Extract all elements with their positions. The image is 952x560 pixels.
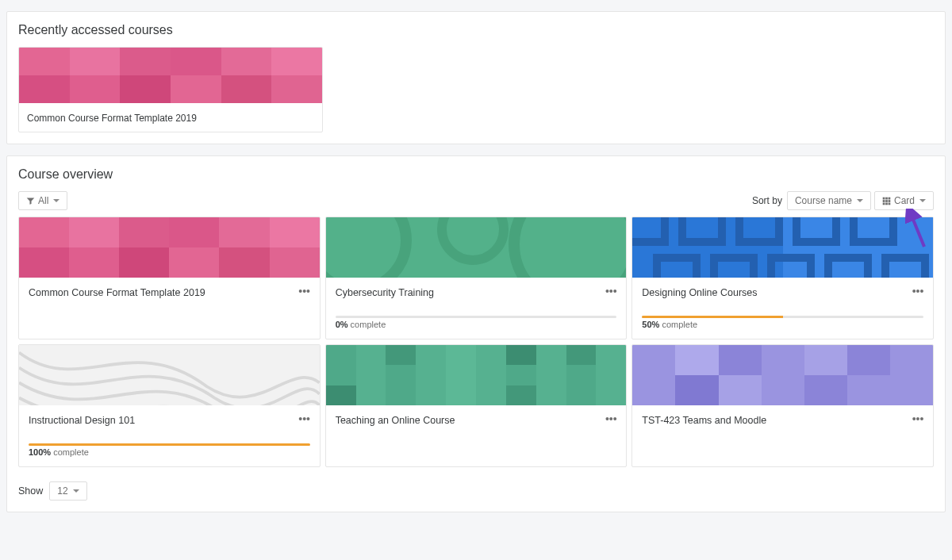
view-mode-dropdown[interactable]: Card xyxy=(874,191,934,210)
course-thumbnail xyxy=(632,217,933,278)
course-card[interactable]: ••• Teaching an Online Course xyxy=(325,344,628,467)
course-thumbnail xyxy=(632,345,933,405)
recent-course-card[interactable]: Common Course Format Template 2019 xyxy=(18,47,323,132)
course-card[interactable]: ••• Designing Online Courses 50% complet… xyxy=(631,217,934,339)
svg-rect-0 xyxy=(883,197,885,199)
svg-rect-5 xyxy=(889,200,891,202)
svg-rect-6 xyxy=(883,202,885,205)
progress-bar xyxy=(29,443,310,446)
sort-value: Course name xyxy=(795,196,852,205)
filter-label: All xyxy=(38,196,48,205)
svg-rect-4 xyxy=(885,200,888,202)
course-actions-button[interactable]: ••• xyxy=(298,284,312,298)
course-progress: 50% complete xyxy=(642,316,923,329)
sort-dropdown[interactable]: Course name xyxy=(787,191,871,210)
progress-text: 50% complete xyxy=(642,320,923,329)
svg-rect-7 xyxy=(885,202,888,205)
course-actions-button[interactable]: ••• xyxy=(298,412,312,426)
course-title[interactable]: Cybersecurity Training xyxy=(336,287,617,298)
course-title[interactable]: TST-423 Teams and Moodle xyxy=(642,415,923,426)
svg-rect-1 xyxy=(885,197,888,199)
progress-text: 100% complete xyxy=(29,447,310,457)
filter-icon xyxy=(26,197,35,205)
recently-accessed-heading: Recently accessed courses xyxy=(18,23,934,37)
course-progress: 100% complete xyxy=(29,443,310,457)
overview-toolbar: All Sort by Course name Card xyxy=(18,191,934,210)
grid-icon xyxy=(882,197,891,205)
course-thumbnail xyxy=(19,345,320,405)
course-title[interactable]: Teaching an Online Course xyxy=(336,415,617,426)
course-overview-heading: Course overview xyxy=(18,167,934,182)
show-count-value: 12 xyxy=(57,486,67,496)
recent-course-title[interactable]: Common Course Format Template 2019 xyxy=(19,103,322,132)
caret-down-icon xyxy=(73,489,79,493)
course-card[interactable]: ••• Cybersecurity Training 0% complete xyxy=(325,217,628,339)
course-card[interactable]: ••• Instructional Design 101 100% comple… xyxy=(18,344,321,467)
course-actions-button[interactable]: ••• xyxy=(604,412,618,426)
progress-bar xyxy=(336,316,617,318)
course-title[interactable]: Common Course Format Template 2019 xyxy=(29,287,310,298)
recently-accessed-panel: Recently accessed courses Common Course … xyxy=(6,11,946,144)
view-mode-value: Card xyxy=(894,196,915,205)
course-card[interactable]: ••• TST-423 Teams and Moodle xyxy=(631,344,934,467)
progress-bar xyxy=(642,316,923,318)
caret-down-icon xyxy=(53,199,60,202)
svg-rect-8 xyxy=(889,202,891,205)
course-thumbnail xyxy=(19,48,322,103)
show-label: Show xyxy=(18,485,43,497)
show-row: Show 12 xyxy=(18,481,934,501)
course-title[interactable]: Instructional Design 101 xyxy=(29,415,310,426)
course-actions-button[interactable]: ••• xyxy=(911,412,925,426)
svg-rect-3 xyxy=(883,200,885,202)
svg-rect-2 xyxy=(889,197,891,199)
caret-down-icon xyxy=(857,199,863,202)
course-thumbnail xyxy=(19,217,320,278)
course-actions-button[interactable]: ••• xyxy=(604,284,618,298)
course-progress: 0% complete xyxy=(336,316,617,329)
course-actions-button[interactable]: ••• xyxy=(911,284,925,298)
course-card[interactable]: ••• Common Course Format Template 2019 xyxy=(18,217,321,339)
progress-text: 0% complete xyxy=(336,320,617,329)
show-count-dropdown[interactable]: 12 xyxy=(49,481,86,501)
caret-down-icon xyxy=(919,199,926,202)
course-thumbnail xyxy=(326,217,627,278)
course-grid: ••• Common Course Format Template 2019 •… xyxy=(18,217,934,467)
course-title[interactable]: Designing Online Courses xyxy=(642,287,923,298)
sort-by-label: Sort by xyxy=(752,195,782,206)
course-thumbnail xyxy=(326,345,627,405)
course-overview-panel: Course overview All Sort by Course name xyxy=(6,155,946,512)
filter-dropdown[interactable]: All xyxy=(18,191,67,210)
